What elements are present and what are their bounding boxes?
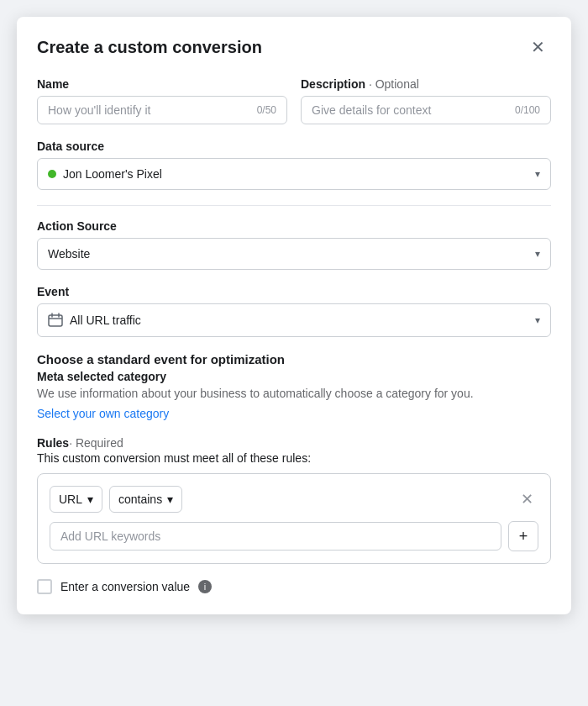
description-label: Description · Optional bbox=[301, 77, 551, 91]
rules-label: Rules· Required bbox=[37, 436, 551, 450]
modal-title: Create a custom conversion bbox=[37, 38, 262, 57]
name-col: Name 0/50 bbox=[37, 77, 287, 124]
description-col: Description · Optional 0/100 bbox=[301, 77, 551, 124]
data-source-chevron-icon: ▾ bbox=[535, 168, 540, 180]
add-keyword-button[interactable]: + bbox=[508, 521, 538, 551]
conversion-value-row: Enter a conversion value i bbox=[37, 579, 551, 594]
description-input-wrapper: 0/100 bbox=[301, 96, 551, 124]
calendar-icon bbox=[48, 313, 63, 328]
svg-rect-0 bbox=[49, 315, 62, 326]
create-custom-conversion-modal: Create a custom conversion ✕ Name 0/50 D… bbox=[17, 17, 571, 614]
optimization-description: We use information about your business t… bbox=[37, 387, 551, 400]
event-select[interactable]: All URL traffic ▾ bbox=[37, 303, 551, 337]
event-chevron-icon: ▾ bbox=[535, 314, 540, 326]
event-value: All URL traffic bbox=[48, 313, 535, 328]
info-icon[interactable]: i bbox=[198, 580, 212, 593]
rule-condition-select[interactable]: contains ▾ bbox=[109, 486, 182, 513]
rule-condition-chevron-icon: ▾ bbox=[167, 493, 173, 506]
data-source-value: Jon Loomer's Pixel bbox=[48, 167, 535, 181]
conversion-value-label: Enter a conversion value bbox=[60, 580, 190, 593]
modal-header: Create a custom conversion ✕ bbox=[37, 34, 551, 61]
optional-text: · Optional bbox=[369, 77, 419, 91]
optimization-group: Choose a standard event for optimization… bbox=[37, 352, 551, 421]
conversion-value-checkbox[interactable] bbox=[37, 579, 52, 594]
rules-required-text: · Required bbox=[69, 436, 123, 450]
description-char-count: 0/100 bbox=[515, 104, 540, 116]
add-icon: + bbox=[519, 528, 528, 545]
meta-category-label: Meta selected category bbox=[37, 370, 551, 383]
action-source-label: Action Source bbox=[37, 219, 551, 233]
rules-description: This custom conversion must meet all of … bbox=[37, 451, 551, 465]
data-source-label: Data source bbox=[37, 140, 551, 153]
close-icon: ✕ bbox=[531, 39, 545, 55]
name-char-count: 0/50 bbox=[257, 104, 276, 116]
name-input-wrapper: 0/50 bbox=[37, 96, 287, 124]
event-label: Event bbox=[37, 285, 551, 298]
name-input[interactable] bbox=[48, 103, 250, 117]
rules-section: Rules· Required This custom conversion m… bbox=[37, 436, 551, 564]
action-source-group: Action Source Website ▾ bbox=[37, 219, 551, 270]
green-dot-icon bbox=[48, 170, 56, 178]
data-source-select[interactable]: Jon Loomer's Pixel ▾ bbox=[37, 158, 551, 190]
name-label: Name bbox=[37, 77, 287, 91]
rule-type-chevron-icon: ▾ bbox=[87, 493, 93, 506]
description-input[interactable] bbox=[312, 103, 508, 117]
event-group: Event All URL traffic ▾ bbox=[37, 285, 551, 337]
remove-rule-icon: ✕ bbox=[521, 490, 533, 508]
optimization-title: Choose a standard event for optimization bbox=[37, 352, 551, 366]
divider-1 bbox=[37, 205, 551, 206]
select-own-category-link[interactable]: Select your own category bbox=[37, 407, 169, 420]
rules-condition-row: URL ▾ contains ▾ ✕ bbox=[50, 486, 538, 513]
rule-type-select[interactable]: URL ▾ bbox=[50, 486, 102, 513]
action-source-chevron-icon: ▾ bbox=[535, 248, 540, 260]
remove-rule-button[interactable]: ✕ bbox=[516, 488, 538, 510]
keyword-input[interactable] bbox=[50, 522, 501, 551]
data-source-group: Data source Jon Loomer's Pixel ▾ bbox=[37, 140, 551, 190]
rules-box: URL ▾ contains ▾ ✕ + bbox=[37, 473, 551, 564]
close-button[interactable]: ✕ bbox=[524, 34, 551, 61]
name-description-row: Name 0/50 Description · Optional 0/100 bbox=[37, 77, 551, 124]
action-source-select[interactable]: Website ▾ bbox=[37, 238, 551, 270]
action-source-value: Website bbox=[48, 247, 535, 261]
keyword-row: + bbox=[50, 521, 538, 551]
